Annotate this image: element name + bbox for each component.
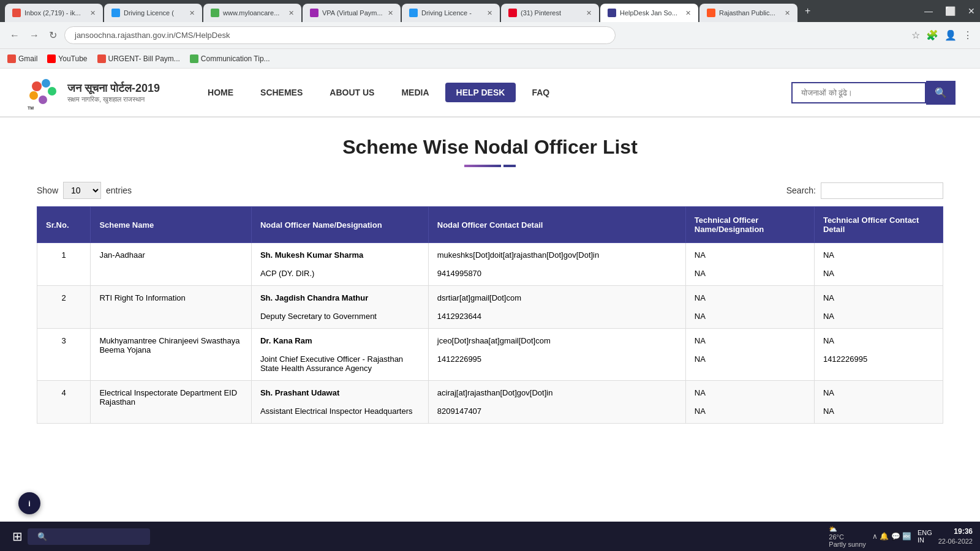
table-cell-scheme: Electrical Inspectorate Department EID R… — [91, 381, 252, 424]
back-button[interactable]: ← — [7, 28, 22, 43]
notification-bubble[interactable]: i — [18, 492, 40, 514]
nav-link-help-desk[interactable]: HELP DESK — [445, 83, 516, 102]
clock-time: 19:36 — [938, 527, 973, 537]
search-input[interactable] — [791, 82, 926, 103]
weather-temp: 26°C — [829, 533, 844, 541]
table-cell-sr: 1 — [37, 243, 91, 286]
table-cell-nodal-contact: mukeshks[Dot]doit[at]rajasthan[Dot]gov[D… — [428, 243, 685, 286]
minimize-button[interactable]: — — [924, 6, 933, 16]
table-cell-tech-name: NANA — [685, 381, 814, 424]
browser-tab-7[interactable]: HelpDesk Jan So...✕ — [600, 4, 698, 22]
browser-tab-8[interactable]: Rajasthan Public...✕ — [699, 4, 797, 22]
main-navigation: HOMESCHEMESABOUT USMEDIAHELP DESKFAQ — [197, 83, 791, 102]
weather-desc: Partly sunny — [829, 541, 866, 548]
forward-button[interactable]: → — [27, 28, 42, 43]
bookmark-star-icon[interactable]: ☆ — [911, 29, 920, 41]
browser-chrome: Inbox (2,719) - ik...✕Driving Licence (✕… — [0, 0, 980, 22]
table-cell-nodal-name: Dr. Kana RamJoint Chief Executive Office… — [251, 329, 428, 381]
logo-area: TM जन सूचना पोर्टल-2019 सक्षम नागरिक, खु… — [24, 74, 160, 111]
show-entries-control: Show 102550100 entries — [37, 182, 132, 199]
menu-icon[interactable]: ⋮ — [963, 29, 973, 41]
table-cell-tech-contact: NANA — [814, 381, 943, 424]
table-row: 4Electrical Inspectorate Department EID … — [37, 381, 943, 424]
underline-bar-2 — [503, 165, 516, 167]
bookmarks-bar: GmailYouTubeURGENT- Bill Paym...Communic… — [0, 49, 980, 69]
weather-block: ⛅ 26°C Partly sunny — [829, 525, 866, 548]
svg-point-4 — [39, 96, 47, 104]
url-text: jansoochna.rajasthan.gov.in/CMS/HelpDesk — [75, 31, 230, 40]
browser-tabs: Inbox (2,719) - ik...✕Driving Licence (✕… — [5, 0, 797, 22]
entries-select[interactable]: 102550100 — [63, 182, 101, 199]
profile-icon[interactable]: 👤 — [944, 29, 957, 41]
underline-bar-1 — [464, 165, 501, 167]
svg-point-1 — [42, 79, 50, 88]
table-cell-tech-name: NANA — [685, 286, 814, 329]
toolbar-icons: ☆ 🧩 👤 ⋮ — [911, 29, 973, 41]
browser-tab-4[interactable]: VPA (Virtual Paym...✕ — [303, 4, 401, 22]
table-cell-tech-name: NANA — [685, 329, 814, 381]
start-button[interactable]: ⊞ — [7, 527, 28, 546]
lang-indicator: ENG IN — [918, 529, 932, 544]
show-label: Show — [37, 186, 58, 195]
table-row: 3Mukhyamantree Chiranjeevi Swasthaya Bee… — [37, 329, 943, 381]
tray-icons: ∧ 🔔 💬 🔤 — [872, 532, 911, 541]
table-header-nodal-officer-contact-detail: Nodal Officer Contact Detail — [428, 207, 685, 243]
browser-tab-5[interactable]: Driving Licence -✕ — [402, 4, 500, 22]
taskbar-right: ⛅ 26°C Partly sunny ∧ 🔔 💬 🔤 ENG IN 19:36… — [829, 525, 973, 548]
taskbar-search[interactable]: 🔍 — [28, 528, 150, 545]
site-nav: TM जन सूचना पोर्टल-2019 सक्षम नागरिक, खु… — [0, 69, 980, 118]
table-cell-nodal-name: Sh. Prashant UdawatAssistant Electrical … — [251, 381, 428, 424]
nodal-officer-table: Sr.No.Scheme NameNodal Officer Name/Desi… — [37, 206, 943, 424]
time-block: 19:36 22-06-2022 — [938, 527, 973, 546]
svg-point-3 — [29, 91, 38, 100]
table-header: Sr.No.Scheme NameNodal Officer Name/Desi… — [37, 207, 943, 243]
nav-link-faq[interactable]: FAQ — [521, 83, 560, 102]
nav-link-schemes[interactable]: SCHEMES — [249, 83, 314, 102]
svg-point-0 — [32, 81, 42, 91]
table-cell-nodal-contact: aciraj[at]rajasthan[Dot]gov[Dot]in820914… — [428, 381, 685, 424]
table-cell-sr: 2 — [37, 286, 91, 329]
browser-tab-3[interactable]: www.myloancare...✕ — [203, 4, 301, 22]
table-cell-tech-contact: NA1412226995 — [814, 329, 943, 381]
header-row: Sr.No.Scheme NameNodal Officer Name/Desi… — [37, 207, 943, 243]
notification-icon: i — [28, 499, 31, 508]
site-logo: TM — [24, 74, 61, 111]
address-bar-row: ← → ↻ jansoochna.rajasthan.gov.in/CMS/He… — [0, 22, 980, 49]
svg-text:TM: TM — [28, 106, 34, 110]
bookmark-2[interactable]: URGENT- Bill Paym... — [97, 54, 180, 63]
table-cell-tech-name: NANA — [685, 243, 814, 286]
browser-tab-1[interactable]: Inbox (2,719) - ik...✕ — [5, 4, 103, 22]
nav-link-home[interactable]: HOME — [197, 83, 244, 102]
logo-subtitle: सक्षम नागरिक, खुशहाल राजस्थान — [67, 96, 160, 103]
bookmark-3[interactable]: Communication Tip... — [190, 54, 270, 63]
address-bar[interactable]: jansoochna.rajasthan.gov.in/CMS/HelpDesk — [64, 26, 616, 44]
search-button[interactable]: 🔍 — [926, 81, 956, 105]
extensions-icon[interactable]: 🧩 — [926, 29, 938, 41]
new-tab-button[interactable]: + — [800, 6, 815, 17]
maximize-button[interactable]: ⬜ — [945, 6, 956, 16]
clock-date: 22-06-2022 — [938, 537, 973, 546]
bookmark-0[interactable]: Gmail — [7, 54, 37, 63]
table-search-input[interactable] — [821, 182, 943, 199]
nav-link-about-us[interactable]: ABOUT US — [318, 83, 385, 102]
table-controls: Show 102550100 entries Search: — [37, 182, 943, 199]
browser-tab-6[interactable]: (31) Pinterest✕ — [501, 4, 599, 22]
table-cell-nodal-name: Sh. Jagdish Chandra MathurDeputy Secreta… — [251, 286, 428, 329]
window-controls: — ⬜ ✕ — [924, 6, 975, 16]
main-content: Scheme Wise Nodal Officer List Show 1025… — [0, 118, 980, 436]
table-cell-nodal-contact: jceo[Dot]rshaa[at]gmail[Dot]com141222699… — [428, 329, 685, 381]
table-header-nodal-officer-name/designation: Nodal Officer Name/Designation — [251, 207, 428, 243]
table-cell-scheme: RTI Right To Information — [91, 286, 252, 329]
table-cell-sr: 3 — [37, 329, 91, 381]
table-cell-nodal-contact: dsrtiar[at]gmail[Dot]com1412923644 — [428, 286, 685, 329]
page-content: TM जन सूचना पोर्टल-2019 सक्षम नागरिक, खु… — [0, 69, 980, 436]
search-text-label: Search: — [786, 186, 816, 195]
table-body: 1Jan-AadhaarSh. Mukesh Kumar SharmaACP (… — [37, 243, 943, 424]
close-button[interactable]: ✕ — [968, 6, 975, 16]
bookmark-1[interactable]: YouTube — [47, 54, 87, 63]
search-area: 🔍 — [791, 81, 956, 105]
reload-button[interactable]: ↻ — [47, 27, 59, 43]
table-header-technical-officer-contact-detail: Technical Officer Contact Detail — [814, 207, 943, 243]
browser-tab-2[interactable]: Driving Licence (✕ — [104, 4, 202, 22]
nav-link-media[interactable]: MEDIA — [390, 83, 440, 102]
